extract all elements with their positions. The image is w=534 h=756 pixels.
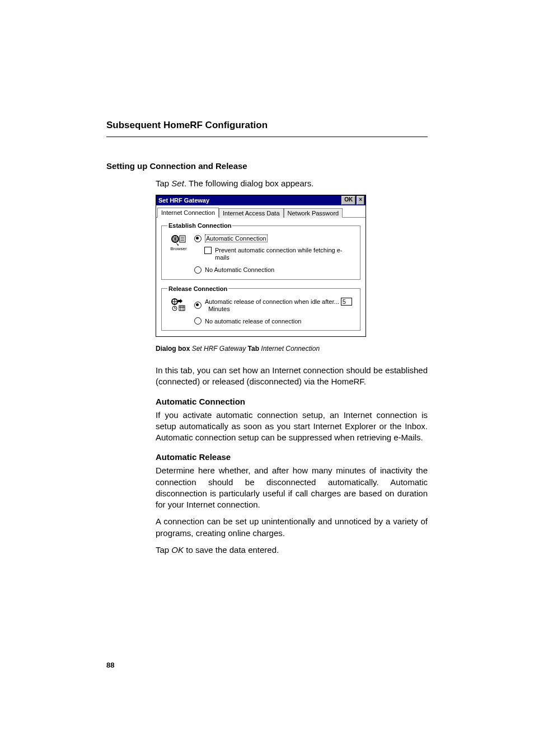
automatic-release-body1: Determine here whether, and after how ma…: [156, 465, 428, 510]
caption-value-dialog: Set HRF Gateway: [192, 345, 246, 353]
radio-automatic-release-label: Automatic release of connection when idl…: [205, 298, 339, 305]
radio-dot-icon: [194, 302, 202, 309]
caption-label-tab: Tab: [248, 345, 259, 353]
checkbox-prevent-auto[interactable]: Prevent automatic connection while fetch…: [204, 247, 354, 261]
tap-suffix: to save the data entered.: [184, 545, 279, 555]
tab-internet-connection[interactable]: Internet Connection: [157, 208, 219, 218]
intro-prefix: Tap: [156, 179, 171, 188]
radio-dot-icon: [194, 317, 202, 325]
description-paragraph: In this tab, you can set how an Internet…: [156, 365, 428, 388]
radio-no-automatic-release-label: No automatic release of connection: [205, 318, 301, 325]
subhead-automatic-release: Automatic Release: [156, 452, 428, 462]
dialog-tabstrip: Internet Connection Internet Access Data…: [156, 205, 366, 218]
radio-no-automatic-release[interactable]: No automatic release of connection: [194, 317, 354, 325]
intro-suffix: . The following dialog box appears.: [184, 179, 314, 188]
tap-italic: OK: [171, 545, 184, 555]
tab-internet-access-data[interactable]: Internet Access Data: [219, 208, 284, 218]
figure-caption: Dialog box Set HRF Gateway Tab Internet …: [156, 345, 428, 353]
group-establish-connection: Establish Connection: [161, 222, 360, 279]
chapter-title: Subsequent HomeRF Configuration: [106, 120, 428, 137]
group-establish-legend: Establish Connection: [167, 222, 232, 229]
ok-button[interactable]: OK: [341, 196, 355, 205]
dialog-titlebar: Set HRF Gateway OK ×: [156, 195, 366, 205]
radio-automatic-release[interactable]: Automatic release of connection when idl…: [194, 298, 354, 313]
release-icon: [167, 298, 190, 312]
tap-prefix: Tap: [156, 545, 171, 555]
group-release-connection: Release Connection: [161, 285, 360, 331]
radio-dot-icon: [194, 235, 202, 242]
tap-ok-paragraph: Tap OK to save the data entered.: [156, 544, 428, 556]
intro-italic: Set: [171, 179, 184, 188]
group-release-legend: Release Connection: [167, 285, 228, 292]
caption-label-dialog: Dialog box: [156, 345, 190, 353]
checkbox-icon: [204, 247, 212, 254]
svg-rect-11: [179, 306, 185, 311]
minutes-label: Minutes: [208, 306, 230, 312]
page-number: 88: [106, 661, 114, 669]
radio-no-automatic-connection-label: No Automatic Connection: [205, 266, 274, 273]
radio-automatic-connection-label: Automatic Connection: [205, 234, 268, 242]
checkbox-prevent-auto-label: Prevent automatic connection while fetch…: [215, 247, 354, 261]
automatic-release-body2: A connection can be set up unintentional…: [156, 516, 428, 539]
radio-automatic-connection[interactable]: Automatic Connection: [194, 234, 354, 242]
dialog-title: Set HRF Gateway: [158, 197, 340, 204]
intro-paragraph: Tap Set. The following dialog box appear…: [156, 178, 428, 189]
automatic-connection-body: If you activate automatic connection set…: [156, 410, 428, 444]
section-title: Setting up Connection and Release: [106, 161, 428, 171]
caption-value-tab: Internet Connection: [261, 345, 320, 353]
subhead-automatic-connection: Automatic Connection: [156, 397, 428, 406]
close-button[interactable]: ×: [357, 196, 364, 205]
radio-dot-icon: [194, 266, 202, 274]
browser-icon-label: Browser: [170, 246, 186, 251]
idle-minutes-input[interactable]: 5: [341, 298, 352, 306]
tab-network-password[interactable]: Network Password: [284, 208, 343, 218]
dialog-set-hrf-gateway: Set HRF Gateway OK × Internet Connection…: [156, 195, 366, 337]
browser-icon: Browser: [167, 234, 190, 252]
radio-no-automatic-connection[interactable]: No Automatic Connection: [194, 266, 354, 274]
